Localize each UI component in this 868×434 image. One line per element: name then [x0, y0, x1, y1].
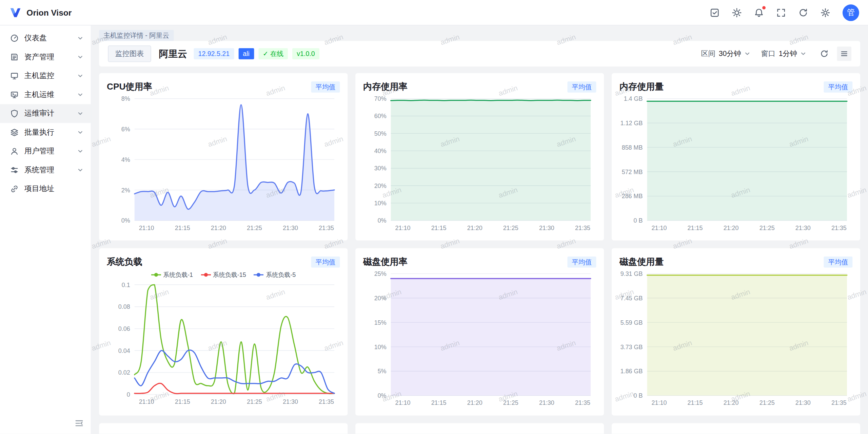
dashboard-icon [10, 34, 19, 43]
host-online-tag: ✓ 在线 [258, 48, 288, 59]
svg-text:21:15: 21:15 [431, 225, 447, 231]
svg-text:0%: 0% [378, 392, 387, 399]
svg-text:2%: 2% [121, 187, 130, 194]
sidebar-item-host-monitor[interactable]: 主机监控 [0, 67, 91, 86]
app-title: Orion Visor [26, 8, 72, 17]
avg-value-badge: 平均值 [567, 257, 596, 268]
svg-text:60%: 60% [374, 113, 387, 119]
breadcrumb-item[interactable]: 主机监控详情 - 阿里云 [99, 30, 174, 41]
svg-text:21:15: 21:15 [688, 225, 703, 231]
brightness-icon[interactable] [732, 7, 742, 17]
settings-gear-icon[interactable] [821, 7, 830, 17]
legend-item[interactable]: 系统负载-15 [201, 271, 246, 279]
svg-text:1.4 GB: 1.4 GB [624, 95, 643, 102]
svg-text:21:35: 21:35 [575, 225, 590, 231]
svg-text:40%: 40% [374, 148, 387, 154]
legend-item[interactable]: 系统负载-5 [254, 271, 296, 279]
disk-usage-pct-chart-card: 磁盘使用率 平均值 0%5%10%15%20%25%21:1021:1521:2… [355, 248, 604, 415]
chevron-down-icon [78, 167, 83, 173]
disk-usage-amount-chart-card: 磁盘使用量 平均值 0 B1.86 GB3.73 GB5.59 GB7.45 G… [612, 248, 860, 415]
sidebar-item-user-mgmt[interactable]: 用户管理 [0, 142, 91, 161]
chart-card-partial [99, 423, 348, 434]
system-load-chart-card: 系统负载 平均值 系统负载-1系统负载-15系统负载-500.020.040.0… [99, 248, 348, 415]
sidebar-item-host-ops[interactable]: 主机运维 [0, 85, 91, 104]
monitor-chart-button[interactable]: 监控图表 [108, 45, 151, 62]
svg-text:21:35: 21:35 [319, 398, 334, 405]
avg-value-badge: 平均值 [567, 81, 596, 93]
sidebar-item-batch-exec[interactable]: 批量执行 [0, 123, 91, 142]
svg-text:5.59 GB: 5.59 GB [620, 319, 643, 326]
user-avatar[interactable]: 管 [843, 4, 859, 21]
svg-text:21:25: 21:25 [247, 398, 262, 405]
host-ip-tag: 12.92.5.21 [194, 48, 234, 59]
notification-dot [762, 6, 766, 9]
svg-text:21:10: 21:10 [139, 225, 154, 231]
svg-text:21:35: 21:35 [831, 399, 847, 406]
host-code-tag: ali [238, 48, 254, 59]
chevron-down-icon [78, 54, 83, 60]
svg-text:21:25: 21:25 [760, 399, 775, 406]
svg-text:21:30: 21:30 [539, 225, 554, 231]
main-content: adminadminadminadminadminadminadminadmin… [91, 25, 868, 434]
host-name: 阿里云 [159, 48, 187, 60]
svg-text:0.04: 0.04 [118, 347, 130, 354]
avg-value-badge: 平均值 [311, 81, 340, 93]
svg-text:10%: 10% [374, 200, 387, 207]
svg-text:21:10: 21:10 [395, 225, 411, 231]
svg-text:0: 0 [127, 391, 130, 398]
sidebar-item-system-mgmt[interactable]: 系统管理 [0, 161, 91, 180]
sidebar-item-assets[interactable]: 资产管理 [0, 48, 91, 67]
chart-legend[interactable]: 系统负载-1系统负载-15系统负载-5 [107, 269, 340, 280]
host-ops-icon [10, 90, 19, 99]
svg-text:21:15: 21:15 [175, 398, 190, 405]
svg-text:21:20: 21:20 [211, 398, 226, 405]
brand[interactable]: Orion Visor [9, 6, 72, 19]
sidebar-item-project-link[interactable]: 项目地址 [0, 180, 91, 199]
host-monitor-icon [10, 72, 19, 80]
chart-title: 内存使用量 [619, 81, 664, 93]
window-select[interactable]: 窗口 1分钟 [761, 49, 806, 59]
chart-card-partial [612, 423, 860, 434]
cpu-usage-chart: 0%2%4%6%8%21:1021:1521:2021:2521:3021:35 [107, 94, 340, 234]
bell-icon[interactable] [754, 7, 764, 17]
range-select[interactable]: 区间 30分钟 [701, 49, 750, 59]
host-header-card: 监控图表 阿里云 12.92.5.21 ali ✓ 在线 v1.0.0 区间 3… [99, 41, 860, 67]
audit-shield-icon [10, 109, 19, 118]
legend-item[interactable]: 系统负载-1 [151, 271, 193, 279]
svg-text:7.45 GB: 7.45 GB [620, 295, 643, 302]
svg-text:286 MB: 286 MB [622, 193, 643, 200]
chart-list-icon[interactable] [837, 46, 851, 61]
topbar-actions: 管 [710, 4, 859, 21]
chart-title: CPU使用率 [107, 81, 152, 93]
breadcrumb: 主机监控详情 - 阿里云 [99, 25, 860, 41]
refresh-charts-icon[interactable] [817, 46, 831, 61]
svg-text:858 MB: 858 MB [622, 144, 643, 151]
svg-text:21:20: 21:20 [467, 399, 482, 406]
svg-text:3.73 GB: 3.73 GB [620, 344, 643, 351]
svg-text:21:30: 21:30 [283, 225, 298, 231]
refresh-icon[interactable] [798, 7, 808, 17]
svg-text:21:35: 21:35 [319, 225, 334, 231]
sidebar-item-dashboard[interactable]: 仪表盘 [0, 29, 91, 48]
chart-card-partial [355, 423, 604, 434]
svg-text:0.06: 0.06 [118, 325, 130, 332]
chart-title: 磁盘使用量 [619, 256, 664, 268]
svg-text:0.08: 0.08 [118, 303, 130, 310]
chevron-down-icon [745, 51, 750, 56]
avg-value-badge: 平均值 [824, 257, 852, 268]
check-square-icon[interactable] [710, 7, 719, 17]
cpu-usage-chart-card: CPU使用率 平均值 0%2%4%6%8%21:1021:1521:2021:2… [99, 73, 348, 241]
fullscreen-icon[interactable] [776, 7, 786, 17]
chevron-down-icon [78, 92, 83, 97]
svg-text:21:10: 21:10 [395, 399, 411, 406]
assets-icon [10, 53, 19, 61]
memory-usage-amount-chart-card: 内存使用量 平均值 0 B286 MB572 MB858 MB1.12 GB1.… [612, 73, 860, 241]
svg-text:50%: 50% [374, 130, 387, 137]
sidebar-collapse-icon[interactable] [74, 418, 84, 428]
svg-text:21:20: 21:20 [467, 225, 482, 231]
topbar: Orion Visor 管 [0, 0, 868, 25]
sidebar-item-ops-audit[interactable]: 运维审计 [0, 104, 91, 123]
svg-text:21:20: 21:20 [724, 399, 739, 406]
system-load-chart: 00.020.040.060.080.121:1021:1521:2021:25… [107, 280, 340, 408]
svg-text:70%: 70% [374, 95, 387, 102]
